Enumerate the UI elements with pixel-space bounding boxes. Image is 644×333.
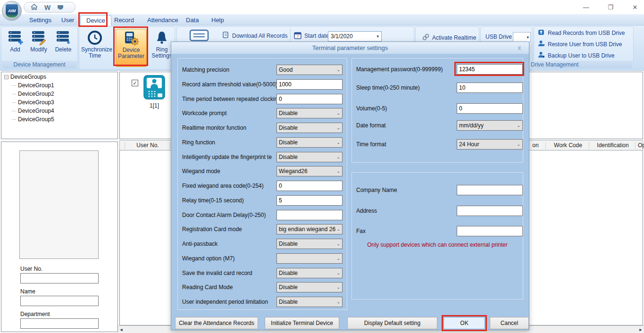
chevron-down-icon: ⌄ [336,67,340,72]
scroll-left-arrow[interactable]: ◄ [118,326,125,333]
sleep-time-input[interactable] [457,83,523,93]
field-label: Wiegand option (M7) [182,253,276,264]
combo-value: Wiegand26 [279,168,335,175]
field-label: Fax [356,226,455,236]
tree-collapse-icon[interactable]: − [4,75,8,79]
department-field[interactable] [20,318,99,329]
close-button[interactable]: ✕ [630,4,640,11]
modify-button[interactable]: Modify [27,29,50,53]
column-header-op[interactable]: Op [637,141,644,150]
fixed-wiegand-area-code-input[interactable] [276,181,343,191]
date-format-select[interactable]: mm/dd/yy⌄ [457,120,523,131]
matching-precision-select[interactable]: Good⌄ [276,65,343,75]
wiegand-mode-select[interactable]: Wiegand26⌄ [276,166,343,176]
add-label: Add [3,47,27,53]
chevron-down-icon: ⌄ [336,155,340,159]
backup-user-usb-button[interactable]: Backup User to USB Drive [538,51,614,60]
field-label: Registration Card mode [182,224,276,234]
address-input[interactable] [457,206,523,216]
repeated-clocking-period-input[interactable] [276,94,343,104]
chevron-down-icon: ⌄ [336,169,340,174]
user-independent-period-select[interactable]: Disable⌄ [276,297,343,307]
device-checkbox[interactable]: ✓ [132,80,138,86]
column-header-identification[interactable]: Identification [592,141,634,150]
tab-user[interactable]: User [56,15,80,25]
save-invalid-card-record-select[interactable]: Disable⌄ [276,268,343,278]
synchronize-time-button[interactable]: Synchronize Time [81,29,109,59]
tree-item-devicegroup2[interactable]: DeviceGroup2 [1,90,117,98]
tab-attendance[interactable]: Attendance [142,15,184,25]
field-label: Management password(0-999999) [356,64,455,75]
ring-function-select[interactable]: Disable⌄ [276,137,343,148]
bell-icon [150,29,174,47]
tree-item-devicegroup3[interactable]: DeviceGroup3 [1,98,117,107]
time-format-select[interactable]: 24 Hour⌄ [457,139,523,150]
registration-card-mode-select[interactable]: big endian wiegand 26⌄ [276,224,343,234]
user-no-label: User No. [20,266,42,272]
chevron-down-icon: ⌄ [336,256,340,261]
tree-branch [12,85,16,86]
display-default-setting-button[interactable]: Display Default setting [347,317,437,329]
home-icon[interactable] [31,4,38,11]
usb-drive-combobox[interactable]: ▾ [513,32,531,42]
volume-input[interactable] [457,103,523,114]
terminal-device-icon[interactable] [142,74,166,103]
dialog-close-icon[interactable]: x [515,42,524,54]
relay-time-input[interactable] [276,195,343,206]
add-button[interactable]: Add [3,29,27,53]
tab-device[interactable]: Device [80,15,111,25]
ribbon-group-device-management: Add Modify [1,26,78,70]
field-label: Date format [356,120,455,131]
combo-value: Good [279,67,335,73]
tree-branch [12,102,16,103]
device-parameter-button[interactable]: Device Parameter [116,29,147,67]
reading-card-mode-select[interactable]: Disable⌄ [276,282,343,292]
tab-help[interactable]: Help [206,15,230,25]
chevron-down-icon: ▾ [527,35,530,40]
tab-settings[interactable]: Settings [24,15,57,25]
tab-record[interactable]: Record [109,15,140,25]
fingerprint-icon[interactable]: W [44,4,50,11]
restore-user-usb-button[interactable]: Restore User from USB Drive [538,40,622,49]
tree-item-devicegroup4[interactable]: DeviceGroup4 [1,107,117,115]
column-header-user-no[interactable]: User No. [126,141,169,150]
activate-realtime-button[interactable]: Activate Realtime [422,33,476,42]
record-alarm-threshold-input[interactable] [276,79,343,90]
clear-attendance-records-button[interactable]: Clear the Attendance Records [175,317,258,329]
user-no-field[interactable] [20,273,99,283]
fax-input[interactable] [457,226,523,236]
delete-button[interactable]: Delete [51,29,75,53]
tree-item-devicegroup5[interactable]: DeviceGroup5 [1,115,117,124]
column-header-truncated[interactable]: on [529,141,542,150]
download-all-records-button[interactable]: Download All Records [222,32,287,40]
management-password-input[interactable] [457,64,523,75]
start-date-combobox[interactable]: 3/1/2020 ▾ [328,31,382,42]
dialog-title: Terminal parameter settings [171,42,529,54]
anti-passback-select[interactable]: Disable⌄ [276,239,343,249]
read-records-usb-button[interactable]: Read Records from USB Drive [538,29,625,37]
column-header-work-code[interactable]: Work Code [549,141,587,150]
tree-root-devicegroups[interactable]: − DeviceGroups [1,72,117,81]
field-label: Intelligently update the fingerprint te [182,152,276,162]
realtime-monitor-select[interactable]: Disable⌄ [276,123,343,133]
shield-icon[interactable] [57,4,64,11]
app-logo[interactable]: AIM [2,1,22,21]
cancel-button[interactable]: Cancel [490,317,529,329]
sync-time-label2: Time [89,52,101,59]
wiegand-option-m7-select[interactable]: ⌄ [276,253,343,264]
ok-button[interactable]: OK [443,317,485,329]
initialize-terminal-device-button[interactable]: Initialize Terminal Device [265,317,339,329]
ribbon-group-device-tools: Synchronize Time Device Par [79,26,175,70]
tab-data[interactable]: Data [180,15,204,25]
workcode-prompt-select[interactable]: Disable⌄ [276,108,343,118]
intelligent-fingerprint-update-select[interactable]: Disable⌄ [276,152,343,162]
maximize-button[interactable]: ❐ [605,4,616,11]
name-field[interactable] [20,296,99,306]
ring-settings-button[interactable]: Ring Settings [150,29,174,59]
tree-item-devicegroup1[interactable]: DeviceGroup1 [1,81,117,90]
scroll-right-arrow[interactable]: ► [637,326,644,333]
minimize-button[interactable]: — [581,4,591,11]
combo-value: Disable [279,154,335,160]
company-name-input[interactable] [457,185,523,195]
door-contact-alarm-delay-input[interactable] [276,210,343,220]
